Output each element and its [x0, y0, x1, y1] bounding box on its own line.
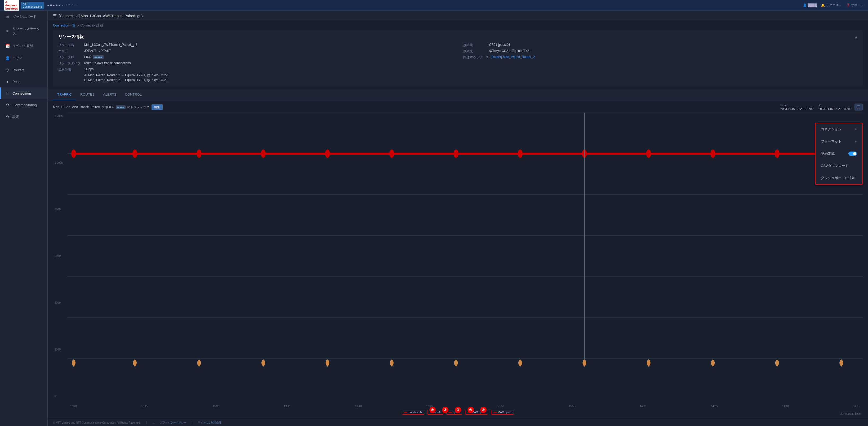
sidebar-label-area: エリア: [12, 56, 23, 60]
resource-panel-title: リソース情報: [58, 34, 84, 40]
svg-point-12: [390, 149, 394, 158]
dropdown-connection[interactable]: コネクション ∨: [815, 123, 862, 135]
breadcrumb-connection-list[interactable]: Connection一覧: [53, 23, 75, 28]
traffic-header: Mon_L3Con_AWSTransit_Paired_gr3(F032 ■ ■…: [53, 103, 863, 111]
resource-type-label: リソースタイプ: [58, 61, 82, 66]
svg-point-41: [583, 360, 586, 366]
svg-point-39: [454, 360, 458, 366]
privacy-policy-link[interactable]: プライバシーポリシー: [160, 421, 186, 424]
user-icon-area: 👤 ████: [803, 3, 816, 7]
resource-id-row: リソースID F032 ■■■■■: [58, 55, 453, 60]
footer-icon-1: 🖨: [152, 421, 155, 424]
to-value: 2023-11-07 14:20 +09:00: [818, 107, 851, 111]
sidebar-item-ports[interactable]: ● Ports: [0, 76, 48, 87]
sidebar-label-event-history: イベント履歴: [12, 43, 33, 48]
resource-panel: リソース情報 ∧ リソース名 Mon_L3Con_AWSTransit_Pair…: [53, 30, 863, 86]
svg-point-43: [711, 360, 715, 366]
legend-dot-max-bpsB: [493, 412, 497, 413]
chart-area: [67, 113, 863, 400]
tab-traffic[interactable]: TRAFFIC: [53, 89, 76, 100]
tab-alerts[interactable]: ALERTS: [99, 89, 121, 100]
sidebar-item-routers[interactable]: ⬡ Routers: [0, 64, 48, 76]
resource-route-b-row: B: Mon_Paired_Router_2 ← Equinix-TY2-1, …: [58, 78, 453, 82]
dropdown-connection-label: コネクション: [821, 127, 841, 132]
sidebar-label-routers: Routers: [12, 68, 25, 72]
y-axis-200m: 200M: [55, 348, 66, 351]
traffic-controls: From 2023-11-07 13:20 +09:00 To 2023-11-…: [780, 103, 863, 111]
sidebar-label-resource-status: リソースステータス: [12, 27, 43, 36]
resource-related-value: [Router] Mon_Paired_Router_2: [491, 55, 535, 59]
resource-name-label: リソース名: [58, 43, 82, 48]
resource-id-value: F032 ■■■■■: [84, 55, 104, 59]
svg-point-8: [132, 149, 137, 158]
from-label: From: [780, 104, 813, 107]
legend-max-bpsB: MAX bpsB: [491, 410, 514, 415]
circle-4: ④: [467, 407, 474, 413]
router-icon: ⬡: [5, 68, 10, 72]
dropdown-csv[interactable]: CSVダウンロード: [815, 160, 862, 172]
grid-icon: ⊞: [5, 14, 10, 19]
chart-menu-button[interactable]: ☰: [855, 103, 863, 111]
list-icon: ≡: [5, 29, 10, 33]
sidebar-item-area[interactable]: 👤 エリア: [0, 52, 48, 64]
circle-5: ⑤: [480, 407, 487, 413]
nav-menu[interactable]: メニュー: [65, 3, 78, 7]
breadcrumb: Connection一覧 > Connection詳細: [48, 21, 868, 30]
resource-panel-header: リソース情報 ∧: [58, 34, 858, 40]
legend-dot-bandwidth: [404, 412, 407, 413]
svg-point-34: [133, 360, 137, 366]
sidebar-item-event-history[interactable]: 📅 イベント履歴: [0, 40, 48, 52]
resource-route-b-value: B: Mon_Paired_Router_2 ← Equinix-TY2-1, …: [84, 78, 169, 82]
dropdown-format[interactable]: フォーマット ∨: [815, 135, 862, 148]
sidebar-item-flow-monitoring[interactable]: ⚙ Flow monitoring: [0, 99, 48, 111]
tab-routes[interactable]: ROUTES: [76, 89, 99, 100]
support-link[interactable]: ❓ サポート: [846, 3, 864, 7]
edit-button[interactable]: 編集: [152, 104, 163, 110]
collapse-button[interactable]: ∧: [855, 35, 858, 39]
x-label-1415: 14:15: [854, 405, 860, 408]
svg-point-45: [839, 360, 843, 366]
legend-bandwidth: bandwidth: [402, 410, 424, 415]
dropdown-connection-arrow: ∨: [855, 128, 857, 131]
sidebar-label-connections: Connections: [12, 91, 32, 95]
tab-control[interactable]: CONTROL: [121, 89, 146, 100]
resource-bandwidth-row: 契約帯域 1Gbps: [58, 67, 453, 72]
related-resource-link[interactable]: [Router] Mon_Paired_Router_2: [491, 55, 535, 59]
sidebar-item-resource-status[interactable]: ≡ リソースステータス: [0, 23, 48, 40]
footer-separator-1: |: [146, 421, 147, 424]
svg-point-37: [326, 360, 329, 366]
content: ☰ [Connection] Mon_L3Con_AWSTransit_Pair…: [48, 10, 868, 426]
footer-separator-2: |: [192, 421, 192, 424]
svg-point-18: [775, 149, 779, 158]
x-label-1355: 13:55: [569, 405, 575, 408]
request-link[interactable]: 🔔 リクエスト: [821, 3, 842, 7]
chart-container: 1 200M 1 000M 800M 600M 400M 200M 0: [53, 113, 863, 416]
sidebar-item-connections[interactable]: ○ Connections: [0, 87, 48, 99]
main-layout: ⊞ ダッシュボード ≡ リソースステータス 📅 イベント履歴 👤 エリア ⬡ R…: [0, 10, 868, 426]
sidebar-label-ports: Ports: [12, 80, 21, 84]
topbar-right: 👤 ████ 🔔 リクエスト ❓ サポート: [803, 3, 864, 7]
y-axis-1200m: 1 200M: [55, 115, 66, 118]
traffic-badge: ■ ■■■: [116, 105, 126, 109]
hamburger-icon[interactable]: ☰: [53, 13, 57, 18]
resource-route-a-row: A: Mon_Paired_Router_2 → Equinix-TY2-1, …: [58, 73, 453, 77]
dropdown-dashboard[interactable]: ダッシュボードに追加: [815, 172, 862, 184]
tabs-bar: TRAFFIC ROUTES ALERTS CONTROL: [48, 89, 868, 100]
x-label-1400: 14:00: [640, 405, 647, 408]
sidebar-label-settings: 設定: [12, 115, 19, 119]
y-axis-800m: 800M: [55, 208, 66, 211]
sidebar-item-settings[interactable]: ⚙ 設定: [0, 111, 48, 123]
bandwidth-toggle[interactable]: [848, 152, 857, 156]
sidebar-label-flow-monitoring: Flow monitoring: [12, 103, 37, 107]
sidebar-item-dashboard[interactable]: ⊞ ダッシュボード: [0, 10, 48, 23]
dropdown-bandwidth[interactable]: 契約帯域: [815, 148, 862, 160]
svg-point-17: [710, 149, 715, 158]
from-value: 2023-11-07 13:20 +09:00: [780, 107, 813, 111]
svg-point-16: [646, 149, 651, 158]
x-label-1350: 13:50: [497, 405, 504, 408]
terms-link[interactable]: サイトのご利用条件: [197, 421, 221, 424]
port-icon: ●: [5, 80, 10, 84]
resource-grid: リソース名 Mon_L3Con_AWSTransit_Paired_gr3 エリ…: [58, 43, 858, 82]
svg-point-44: [775, 360, 779, 366]
topbar: ddocomobusiness NTTCommunications ● ■ ● …: [0, 0, 868, 10]
